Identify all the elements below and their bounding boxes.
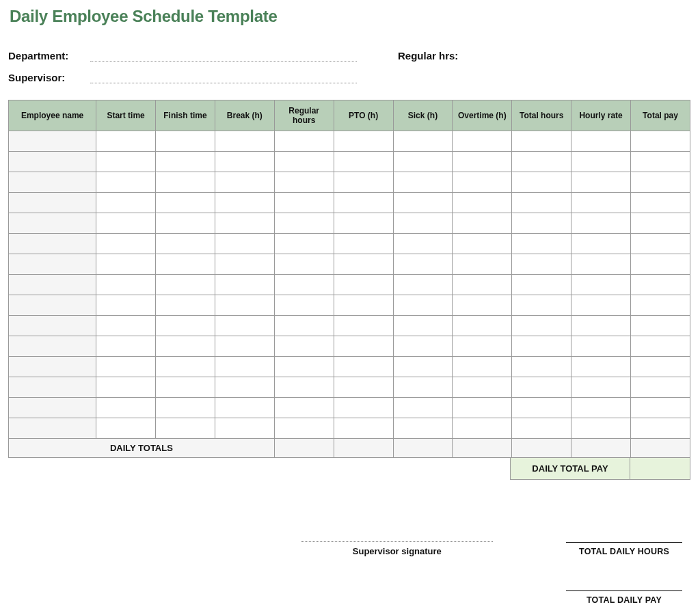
data-cell[interactable] xyxy=(393,377,453,398)
data-cell[interactable] xyxy=(96,316,156,336)
data-cell[interactable] xyxy=(156,193,215,213)
data-cell[interactable] xyxy=(334,275,393,295)
employee-name-cell[interactable] xyxy=(9,172,96,193)
data-cell[interactable] xyxy=(215,213,274,234)
data-cell[interactable] xyxy=(215,131,274,152)
data-cell[interactable] xyxy=(156,316,215,336)
data-cell[interactable] xyxy=(453,213,512,234)
data-cell[interactable] xyxy=(571,398,631,418)
employee-name-cell[interactable] xyxy=(9,418,96,439)
employee-name-cell[interactable] xyxy=(9,131,96,152)
employee-name-cell[interactable] xyxy=(9,357,96,377)
data-cell[interactable] xyxy=(571,357,631,377)
data-cell[interactable] xyxy=(274,398,334,418)
data-cell[interactable] xyxy=(631,295,690,316)
data-cell[interactable] xyxy=(393,131,453,152)
data-cell[interactable] xyxy=(453,234,512,254)
daily-totals-cell[interactable] xyxy=(631,439,690,458)
data-cell[interactable] xyxy=(512,234,571,254)
data-cell[interactable] xyxy=(156,234,215,254)
data-cell[interactable] xyxy=(393,357,453,377)
data-cell[interactable] xyxy=(96,275,156,295)
data-cell[interactable] xyxy=(453,193,512,213)
data-cell[interactable] xyxy=(453,295,512,316)
data-cell[interactable] xyxy=(96,418,156,439)
data-cell[interactable] xyxy=(453,398,512,418)
data-cell[interactable] xyxy=(215,357,274,377)
data-cell[interactable] xyxy=(512,193,571,213)
data-cell[interactable] xyxy=(96,254,156,275)
data-cell[interactable] xyxy=(156,152,215,172)
data-cell[interactable] xyxy=(96,234,156,254)
data-cell[interactable] xyxy=(334,152,393,172)
data-cell[interactable] xyxy=(215,377,274,398)
data-cell[interactable] xyxy=(453,418,512,439)
data-cell[interactable] xyxy=(571,234,631,254)
data-cell[interactable] xyxy=(571,213,631,234)
data-cell[interactable] xyxy=(512,316,571,336)
data-cell[interactable] xyxy=(156,418,215,439)
data-cell[interactable] xyxy=(334,234,393,254)
data-cell[interactable] xyxy=(274,316,334,336)
data-cell[interactable] xyxy=(453,131,512,152)
data-cell[interactable] xyxy=(512,254,571,275)
data-cell[interactable] xyxy=(215,398,274,418)
data-cell[interactable] xyxy=(393,213,453,234)
data-cell[interactable] xyxy=(156,377,215,398)
data-cell[interactable] xyxy=(453,172,512,193)
data-cell[interactable] xyxy=(156,398,215,418)
data-cell[interactable] xyxy=(453,316,512,336)
data-cell[interactable] xyxy=(215,152,274,172)
data-cell[interactable] xyxy=(96,152,156,172)
data-cell[interactable] xyxy=(631,172,690,193)
employee-name-cell[interactable] xyxy=(9,336,96,357)
data-cell[interactable] xyxy=(96,357,156,377)
data-cell[interactable] xyxy=(274,213,334,234)
data-cell[interactable] xyxy=(571,193,631,213)
data-cell[interactable] xyxy=(512,398,571,418)
data-cell[interactable] xyxy=(631,213,690,234)
data-cell[interactable] xyxy=(215,336,274,357)
daily-totals-cell[interactable] xyxy=(393,439,453,458)
employee-name-cell[interactable] xyxy=(9,316,96,336)
data-cell[interactable] xyxy=(274,295,334,316)
data-cell[interactable] xyxy=(631,254,690,275)
data-cell[interactable] xyxy=(393,398,453,418)
data-cell[interactable] xyxy=(334,398,393,418)
data-cell[interactable] xyxy=(156,254,215,275)
employee-name-cell[interactable] xyxy=(9,193,96,213)
data-cell[interactable] xyxy=(156,172,215,193)
employee-name-cell[interactable] xyxy=(9,295,96,316)
data-cell[interactable] xyxy=(571,316,631,336)
data-cell[interactable] xyxy=(274,131,334,152)
data-cell[interactable] xyxy=(453,275,512,295)
employee-name-cell[interactable] xyxy=(9,254,96,275)
daily-totals-cell[interactable] xyxy=(453,439,512,458)
data-cell[interactable] xyxy=(274,275,334,295)
data-cell[interactable] xyxy=(512,172,571,193)
data-cell[interactable] xyxy=(96,193,156,213)
data-cell[interactable] xyxy=(631,193,690,213)
data-cell[interactable] xyxy=(393,254,453,275)
data-cell[interactable] xyxy=(393,193,453,213)
data-cell[interactable] xyxy=(631,131,690,152)
data-cell[interactable] xyxy=(631,357,690,377)
data-cell[interactable] xyxy=(274,234,334,254)
data-cell[interactable] xyxy=(96,295,156,316)
data-cell[interactable] xyxy=(631,398,690,418)
data-cell[interactable] xyxy=(215,254,274,275)
daily-total-pay-value[interactable] xyxy=(630,458,690,480)
data-cell[interactable] xyxy=(156,357,215,377)
data-cell[interactable] xyxy=(393,295,453,316)
data-cell[interactable] xyxy=(334,131,393,152)
total-daily-pay-line[interactable] xyxy=(566,590,682,591)
data-cell[interactable] xyxy=(631,152,690,172)
department-field[interactable] xyxy=(90,48,357,62)
data-cell[interactable] xyxy=(571,152,631,172)
data-cell[interactable] xyxy=(215,316,274,336)
total-daily-hours-line[interactable] xyxy=(566,542,682,543)
data-cell[interactable] xyxy=(274,336,334,357)
data-cell[interactable] xyxy=(393,316,453,336)
data-cell[interactable] xyxy=(453,377,512,398)
data-cell[interactable] xyxy=(274,418,334,439)
